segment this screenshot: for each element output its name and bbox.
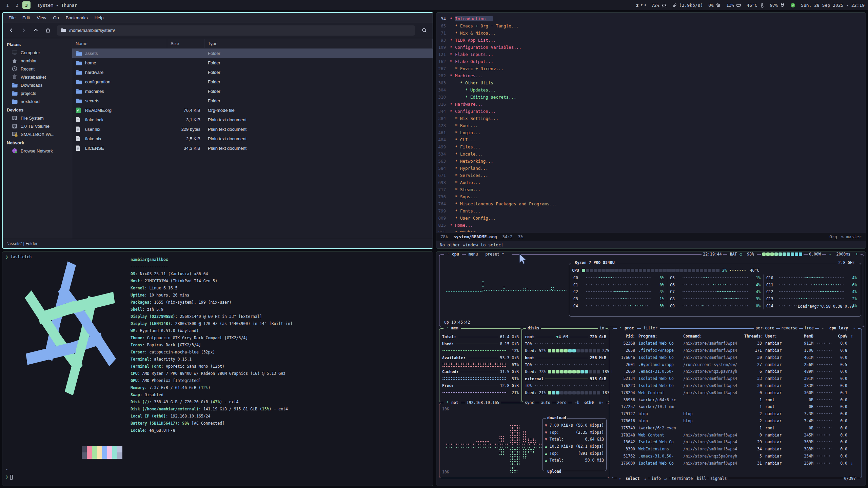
process-row-2660[interactable]: 2660.emacs-31.0.50-/nix/store/wnqz5pa8ra… — [612, 368, 862, 375]
proc-footer-select[interactable]: ↑ select ↓ — [617, 476, 648, 481]
process-row-176646[interactable]: 176646Isolated Web Co/nix/store/sm8fmrf3… — [612, 354, 862, 361]
org-heading-line[interactable]: 34* Introduction... — [438, 15, 864, 22]
proc-control-tree[interactable]: tree — [803, 326, 815, 330]
org-heading-line[interactable]: 282* Machines... — [438, 72, 864, 79]
back-button[interactable] — [5, 25, 17, 36]
emacs-buffer[interactable]: 34* Introduction...65* Emacs + Org + Tan… — [438, 15, 864, 232]
org-heading-line[interactable]: 162* Flake Output... — [438, 58, 864, 65]
sidebar-item-projects[interactable]: projects — [3, 89, 72, 97]
org-heading-line[interactable]: 384* Nix Settings... — [438, 115, 864, 122]
org-heading-line[interactable]: 698* Audio... — [438, 179, 864, 186]
tab-net[interactable]: ³net — [443, 400, 461, 405]
process-row-177257[interactable]: 177257kworker/10:1-mm_1root0B0.0 — [612, 403, 862, 410]
org-heading-line[interactable]: 563* Networking... — [438, 158, 864, 165]
process-row-52368[interactable]: 52368Isolated Web Co/nix/store/sm8fmrf3w… — [612, 340, 862, 347]
org-heading-line[interactable]: 736* Sops... — [438, 193, 864, 200]
org-heading-line[interactable]: 121* Flake Inputs... — [438, 51, 864, 58]
forward-button[interactable] — [18, 25, 29, 36]
sidebar-item-computer[interactable]: Computer — [3, 48, 72, 57]
menu-help[interactable]: Help — [92, 14, 107, 22]
sidebar-item-wastebasket[interactable]: Wastebasket — [3, 73, 72, 81]
tab-proc[interactable]: ⁴proc — [617, 326, 637, 330]
org-heading-line[interactable]: 267* Envrc + Direnv... — [438, 65, 864, 72]
org-heading-line[interactable]: 534* Locale... — [438, 150, 864, 158]
org-heading-line[interactable]: 344* Configuration... — [438, 108, 864, 115]
net-interface[interactable]: ←b eth0 n→ — [572, 400, 606, 405]
proc-footer-info[interactable]: info ↵ — [650, 476, 669, 481]
file-row-flake-lock[interactable]: flake.lock3,1 KiBPlain text document — [72, 115, 433, 124]
disks-label[interactable]: disks — [526, 326, 541, 330]
up-button[interactable] — [30, 25, 41, 36]
org-heading-line[interactable]: 310* Editing secrets... — [438, 94, 864, 101]
cpu-indicator[interactable]: 0% — [708, 3, 721, 8]
idle-inhibitor-icon[interactable]: zzz — [636, 3, 646, 8]
process-row-178616[interactable]: 178616btopbtop2nambiar7.4M0.0 — [612, 418, 862, 425]
org-heading-line[interactable]: 809* User Config... — [438, 215, 864, 222]
proc-header-row[interactable]: Pid:Program:Command:Threads:User:MemBCpu… — [612, 333, 862, 340]
io-mode-toggle[interactable]: io — [598, 326, 606, 330]
menu-go[interactable]: Go — [50, 14, 62, 22]
proc-control-reverse[interactable]: reverse — [780, 326, 799, 330]
org-heading-line[interactable]: 461* Login... — [438, 129, 864, 136]
file-row-flake-nix[interactable]: flake.nix2,5 KiBPlain text document — [72, 134, 433, 143]
org-heading-line[interactable]: 825* Home... — [438, 222, 864, 229]
tab-mem[interactable]: ²mem — [443, 326, 461, 330]
network-indicator[interactable]: (2.9kb/s) — [672, 3, 703, 8]
file-row-user-nix[interactable]: user.nix229 bytesPlain text document — [72, 124, 433, 134]
org-heading-line[interactable]: 93* TLDR App List... — [438, 37, 864, 44]
sidebar-item-downloads[interactable]: Downloads — [3, 81, 72, 89]
menu-edit[interactable]: Edit — [19, 14, 33, 22]
sidebar-item-browse-network[interactable]: Browse Network — [3, 147, 72, 155]
battery-indicator[interactable]: 97% — [770, 3, 785, 8]
org-heading-line[interactable]: 799* Fonts... — [438, 207, 864, 215]
net-control-sync[interactable]: sync — [524, 400, 536, 405]
check-circle-icon[interactable] — [790, 3, 795, 8]
proc-control-filter[interactable]: filter — [642, 326, 659, 330]
process-row-178294[interactable]: 178294Web Content/nix/store/sm8fmrf3wps4… — [612, 389, 862, 396]
file-row-machines[interactable]: machinesFolder — [72, 86, 433, 96]
sidebar-item-nambiar[interactable]: nambiar — [3, 57, 72, 65]
column-header-size[interactable]: Size — [167, 39, 204, 48]
process-row-13642[interactable]: 13642Isolated Web Co/nix/store/sm8fmrf3w… — [612, 439, 862, 446]
process-row-51762[interactable]: 51762.emacs-31.0.50-/nix/store/wnqz5pa8r… — [612, 453, 862, 460]
process-row-176000[interactable]: 176000Isolated Web Co/nix/store/sm8fmrf3… — [612, 460, 862, 467]
interval-control[interactable]: - 2000ms + — [826, 252, 861, 257]
org-heading-line[interactable]: 65* Emacs + Org + Tangle... — [438, 22, 864, 29]
shell-prompt[interactable]: ❯ — [6, 474, 13, 480]
file-row-configuration[interactable]: configurationFolder — [72, 77, 433, 86]
org-heading-line[interactable]: 764* Miscellaneous Packages and Programs… — [438, 200, 864, 207]
org-heading-line[interactable]: 584* Hyprland... — [438, 165, 864, 172]
btop-tab-menu[interactable]: menu — [467, 252, 479, 257]
org-heading-line[interactable]: 109* Configuration Variables... — [438, 44, 864, 51]
proc-sort-selector[interactable]: ← cpu lazy → — [819, 326, 858, 330]
search-button[interactable] — [418, 25, 430, 36]
tab-cpu[interactable]: ¹cpu — [444, 252, 462, 257]
file-row-assets[interactable]: assetsFolder — [72, 48, 433, 58]
temperature-indicator[interactable]: 46°C — [747, 3, 764, 8]
workspace-button-3[interactable]: 3 — [22, 1, 31, 9]
process-row-176223[interactable]: 176223Isolated Web Co/nix/store/sm8fmrf3… — [612, 382, 862, 389]
proc-control-per-core[interactable]: per-core — [754, 326, 775, 330]
process-row-178248[interactable]: 178248Web Content/nix/store/sm8fmrf3wps4… — [612, 431, 862, 439]
proc-footer-signals[interactable]: signals — [709, 476, 728, 481]
btop-tab-preset[interactable]: preset * — [484, 252, 505, 257]
home-button[interactable] — [42, 25, 54, 36]
file-row-secrets[interactable]: secretsFolder — [72, 96, 433, 105]
org-heading-line[interactable]: 499* Files... — [438, 143, 864, 150]
column-header-name[interactable]: Name — [72, 39, 167, 48]
org-heading-line[interactable]: 303* Other Utils — [438, 79, 864, 86]
proc-footer-kill[interactable]: kill — [696, 476, 707, 481]
menu-file[interactable]: File — [5, 14, 19, 22]
process-row-38936[interactable]: 38936kworker/u64:6-kc1root0B0.0 — [612, 396, 862, 403]
sidebar-item-nextcloud[interactable]: nextcloud — [3, 97, 72, 105]
column-header-type[interactable]: Type — [204, 39, 433, 48]
org-heading-line[interactable]: 855* Waubar... — [438, 229, 864, 232]
org-heading-line[interactable]: 304* Updates... — [438, 86, 864, 94]
file-row-readme-org[interactable]: README.org76,4 KiBOrg-mode file — [72, 105, 433, 115]
workspace-button-1[interactable]: 1 — [3, 1, 12, 9]
volume-indicator[interactable]: 72% — [651, 3, 666, 8]
clock[interactable]: Sun, 28 Sep 2025 - 22:19 — [801, 3, 865, 8]
process-row-175749[interactable]: 175749kworker/6:2-even1root0B0.0 — [612, 424, 862, 431]
sidebar-item-smallbox-wi-[interactable]: SMALLBOX Wi... — [3, 130, 72, 138]
file-row-hardware[interactable]: hardwareFolder — [72, 67, 433, 77]
